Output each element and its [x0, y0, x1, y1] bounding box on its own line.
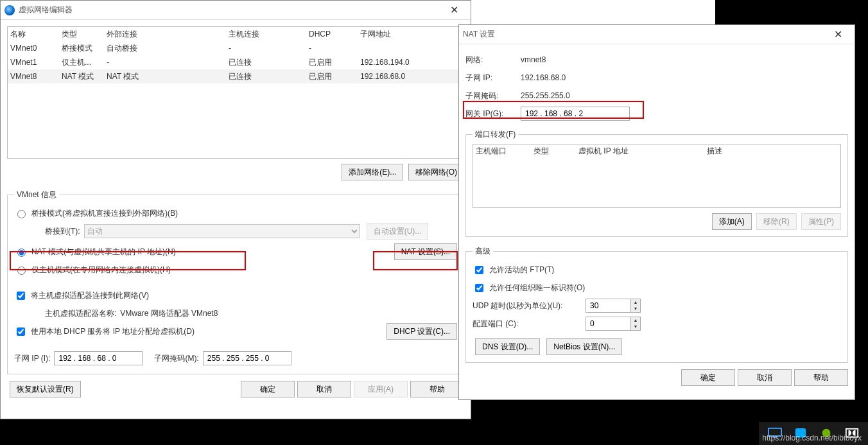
host-only-mode-row[interactable]: 仅主机模式(在专用网络内连接虚拟机)(H) [14, 261, 457, 279]
allow-ftp-checkbox[interactable] [475, 266, 483, 274]
nat-help-button[interactable]: 帮助 [794, 369, 848, 386]
pf-col: 类型 [534, 146, 578, 157]
cell: 桥接模式 [62, 43, 107, 54]
nat-settings-button[interactable]: NAT 设置(S)... [394, 243, 457, 260]
cell: 192.168.68.0 [360, 72, 444, 81]
apply-button: 应用(A) [354, 381, 408, 397]
auto-settings-button: 自动设置(U)... [367, 223, 429, 240]
network-label: 网络: [465, 55, 517, 65]
allow-oui-checkbox[interactable] [475, 284, 483, 292]
subnet-ip-label: 子网 IP (I): [14, 353, 50, 364]
cell: VMnet0 [10, 44, 62, 53]
nat-ok-button[interactable]: 确定 [681, 369, 735, 386]
allow-ftp-label: 允许活动的 FTP(T) [489, 265, 554, 275]
udp-timeout-label: UDP 超时(以秒为单位)(U): [473, 301, 582, 311]
close-icon[interactable]: ✕ [825, 26, 851, 44]
nat-radio[interactable] [17, 249, 26, 257]
advanced-legend: 高级 [473, 246, 493, 257]
vmnet-table: 名称 类型 外部连接 主机连接 DHCP 子网地址 VMnet0 桥接模式 自动… [7, 26, 464, 159]
connect-host-adapter-row[interactable]: 将主机虚拟适配器连接到此网络(V) [14, 286, 457, 304]
cancel-button[interactable]: 取消 [297, 381, 351, 397]
add-network-button[interactable]: 添加网络(E)... [342, 164, 403, 180]
udp-timeout-input[interactable] [586, 299, 630, 313]
config-port-spinner[interactable]: ▲▼ [586, 317, 641, 331]
cell: - [107, 58, 229, 67]
subnet-mask-label: 子网掩码(M): [154, 353, 198, 364]
nat-subnet-ip-value: 192.168.68.0 [521, 73, 566, 82]
editor-titlebar: 虚拟网络编辑器 ✕ [1, 1, 471, 20]
table-row[interactable]: VMnet0 桥接模式 自动桥接 - - [8, 41, 464, 55]
use-local-dhcp-checkbox[interactable] [17, 327, 25, 336]
cell: 192.168.194.0 [360, 58, 444, 67]
watermark: https://blog.csdn.net/bibiboyx [762, 433, 862, 442]
restore-defaults-button[interactable]: 恢复默认设置(R) [10, 381, 81, 397]
connect-host-adapter-label: 将主机虚拟适配器连接到此网络(V) [31, 290, 149, 301]
table-header: 名称 类型 外部连接 主机连接 DHCP 子网地址 [8, 27, 464, 41]
dns-settings-button[interactable]: DNS 设置(D)... [475, 338, 540, 355]
table-row[interactable]: VMnet8 NAT 模式 NAT 模式 已连接 已启用 192.168.68.… [8, 69, 464, 83]
chevron-up-icon[interactable]: ▲ [631, 299, 640, 306]
network-value: vmnet8 [521, 55, 546, 64]
nat-cancel-button[interactable]: 取消 [738, 369, 792, 386]
remove-network-button[interactable]: 移除网络(O) [408, 164, 464, 180]
use-local-dhcp-label: 使用本地 DHCP 服务将 IP 地址分配给虚拟机(D) [31, 326, 195, 337]
close-icon[interactable]: ✕ [441, 1, 467, 19]
ok-button[interactable]: 确定 [241, 381, 295, 397]
udp-timeout-spinner[interactable]: ▲▼ [586, 299, 641, 313]
hostonly-label: 仅主机模式(在专用网络内连接虚拟机)(H) [31, 265, 171, 275]
vmnet-info-group: VMnet 信息 桥接模式(将虚拟机直接连接到外部网络)(B) 桥接到(T): … [7, 189, 464, 374]
cell: - [309, 44, 360, 53]
pf-col: 虚拟机 IP 地址 [578, 146, 707, 157]
pf-header: 主机端口 类型 虚拟机 IP 地址 描述 [473, 144, 840, 158]
cell: 已启用 [309, 57, 360, 68]
host-adapter-name-label: 主机虚拟适配器名称: [45, 308, 116, 319]
cell: - [229, 44, 309, 53]
nat-subnet-mask-value: 255.255.255.0 [521, 91, 570, 100]
config-port-label: 配置端口 (C): [473, 318, 582, 329]
editor-title: 虚拟网络编辑器 [19, 4, 73, 15]
table-row[interactable]: VMnet1 仅主机... - 已连接 已启用 192.168.194.0 [8, 55, 464, 69]
port-forward-legend: 端口转发(F) [473, 129, 518, 140]
cell: NAT 模式 [107, 71, 229, 82]
gateway-label: 网关 IP(G): [465, 109, 517, 119]
help-button[interactable]: 帮助 [410, 381, 464, 397]
pf-col: 描述 [707, 146, 797, 157]
hostonly-radio[interactable] [17, 266, 26, 275]
nat-mode-row[interactable]: NAT 模式(与虚拟机共享主机的 IP 地址)(N) NAT 设置(S)... [14, 243, 457, 261]
netbios-settings-button[interactable]: NetBios 设置(N)... [546, 338, 622, 355]
advanced-group: 高级 允许活动的 FTP(T) 允许任何组织唯一标识符(O) UDP 超时(以秒… [465, 246, 848, 363]
nat-settings-dialog: NAT 设置 ✕ 网络:vmnet8 子网 IP:192.168.68.0 子网… [458, 24, 855, 400]
dhcp-settings-button[interactable]: DHCP 设置(C)... [386, 323, 457, 340]
cell: 仅主机... [62, 57, 107, 68]
use-local-dhcp-row[interactable]: 使用本地 DHCP 服务将 IP 地址分配给虚拟机(D) DHCP 设置(C).… [14, 322, 457, 340]
col-host: 主机连接 [229, 29, 309, 40]
virtual-network-editor-dialog: 虚拟网络编辑器 ✕ 名称 类型 外部连接 主机连接 DHCP 子网地址 VMne… [0, 0, 471, 419]
cell: VMnet8 [10, 72, 62, 81]
nat-label: NAT 模式(与虚拟机共享主机的 IP 地址)(N) [31, 247, 176, 257]
cell: VMnet1 [10, 58, 62, 67]
bridge-radio[interactable] [17, 210, 26, 218]
pf-add-button[interactable]: 添加(A) [712, 213, 752, 230]
chevron-down-icon[interactable]: ▼ [631, 306, 640, 312]
cell: NAT 模式 [62, 71, 107, 82]
col-name: 名称 [10, 29, 62, 40]
chevron-up-icon[interactable]: ▲ [631, 317, 640, 324]
pf-remove-button: 移除(R) [756, 213, 797, 230]
bridge-mode-row[interactable]: 桥接模式(将虚拟机直接连接到外部网络)(B) [14, 204, 457, 222]
bridge-to-select: 自动 [84, 224, 360, 238]
subnet-ip-input[interactable] [54, 351, 143, 365]
chevron-down-icon[interactable]: ▼ [631, 324, 640, 330]
connect-host-adapter-checkbox[interactable] [17, 292, 25, 300]
config-port-input[interactable] [586, 317, 630, 331]
pf-props-button: 属性(P) [801, 213, 841, 230]
gateway-ip-input[interactable] [521, 107, 630, 121]
bridge-to-label: 桥接到(T): [45, 226, 80, 237]
col-type: 类型 [62, 29, 107, 40]
nat-title: NAT 设置 [463, 29, 495, 40]
nat-titlebar: NAT 设置 ✕ [459, 25, 855, 44]
col-dhcp: DHCP [309, 30, 360, 39]
allow-oui-row[interactable]: 允许任何组织唯一标识符(O) [473, 279, 841, 297]
port-forward-group: 端口转发(F) 主机端口 类型 虚拟机 IP 地址 描述 添加(A) 移除(R)… [465, 129, 848, 237]
subnet-mask-input[interactable] [203, 351, 291, 365]
allow-ftp-row[interactable]: 允许活动的 FTP(T) [473, 261, 841, 279]
